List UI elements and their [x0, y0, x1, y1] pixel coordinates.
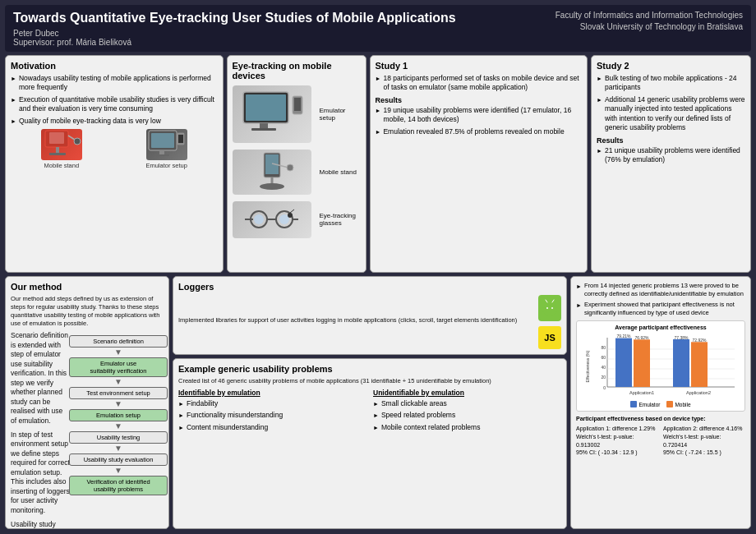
logger-icons: JS — [538, 295, 561, 349]
emulator-legend-dot — [630, 401, 637, 407]
img2-label: Emulator setup — [145, 162, 187, 169]
svg-text:20: 20 — [601, 375, 606, 380]
svg-rect-11 — [178, 135, 183, 143]
chart-legend: Emulator Mobile — [580, 401, 741, 407]
scenario-text: Scenario definition is extended with ste… — [11, 331, 70, 426]
svg-text:Effectiveness (%): Effectiveness (%) — [585, 351, 590, 383]
svg-line-32 — [290, 209, 294, 213]
header-left: Towards Quantitative Eye-tracking User S… — [13, 10, 456, 47]
motivation-images: Mobile stand Emulator setup — [11, 129, 218, 169]
generic-panel: Example generic usability problems Creat… — [173, 358, 567, 529]
svg-text:Application2: Application2 — [686, 390, 711, 395]
svg-rect-2 — [56, 147, 59, 154]
svg-point-26 — [254, 214, 264, 224]
app1-ci: 95% CI: ( -10.34 : 12.9 ) — [576, 449, 658, 457]
flow-step-2: Emulator usesuitability verification — [69, 357, 168, 377]
app1-welch: Welch's t-test: p-value: 0.913002 — [576, 433, 658, 449]
svg-text:Application1: Application1 — [629, 390, 654, 395]
study2-result-1: 21 unique usability problems were identi… — [597, 146, 745, 165]
svg-text:60: 60 — [601, 355, 606, 360]
svg-rect-36 — [555, 307, 557, 312]
study1-result-2: Emulation revealed 87.5% of problems rev… — [376, 127, 583, 136]
app2-welch: Welch's t-test: p-value: 0.720414 — [663, 433, 745, 449]
svg-text:80: 80 — [601, 345, 606, 350]
svg-text:72.92%: 72.92% — [693, 338, 708, 343]
img1-label: Mobile stand — [44, 162, 80, 169]
svg-rect-3 — [49, 153, 66, 155]
flow-step-3: Test environment setup — [69, 387, 168, 399]
svg-point-23 — [287, 164, 293, 171]
svg-point-31 — [288, 213, 293, 218]
top-row: Motivation Nowadays usability testing of… — [5, 55, 751, 273]
emulator-label: Emulator setup — [320, 107, 361, 122]
svg-point-42 — [551, 307, 553, 309]
svg-text:76.92%: 76.92% — [635, 335, 650, 340]
svg-rect-58 — [673, 339, 689, 387]
method-title: Our method — [11, 282, 164, 292]
legend-mobile: Mobile — [666, 401, 690, 407]
svg-rect-35 — [542, 307, 544, 312]
uid-item-1: Small clickable areas — [373, 399, 561, 408]
flow-arrow-5: ▼ — [114, 444, 122, 453]
svg-rect-38 — [551, 315, 553, 317]
js-icon: JS — [538, 326, 561, 349]
mobile-legend-label: Mobile — [675, 402, 690, 407]
motivation-panel: Motivation Nowadays usability testing of… — [5, 55, 224, 273]
study2-results-label: Results — [597, 136, 745, 145]
study1-bullet-1: 18 participants performed set of tasks o… — [376, 74, 583, 93]
mobile-stand-img — [41, 129, 82, 160]
mobile-legend-dot — [666, 401, 673, 407]
study2-title: Study 2 — [597, 61, 745, 71]
et-stand-row: Mobile stand — [233, 150, 361, 195]
svg-text:77.38%: 77.38% — [675, 335, 689, 340]
svg-point-21 — [260, 183, 284, 190]
flow-arrow-3: ▼ — [114, 400, 122, 408]
poster-title: Towards Quantitative Eye-tracking User S… — [13, 10, 456, 27]
study2-panel: Study 2 Bulk testing of two mobile appli… — [591, 55, 751, 273]
study2-bullet-1: Bulk testing of two mobile applications … — [597, 74, 745, 93]
method-panel: Our method Our method add steps defined … — [5, 276, 169, 529]
institution-line2: Slovak University of Technology in Brati… — [555, 21, 743, 33]
chart-title: Average participant effectiveness — [580, 325, 741, 330]
study1-title: Study 1 — [376, 61, 583, 71]
institution: Faculty of Informatics and Information T… — [555, 10, 743, 33]
flow-arrow-4: ▼ — [114, 422, 122, 430]
motivation-bullet-2: Execution of quantitative mobile usabili… — [11, 95, 218, 114]
study2-results-panel: From 14 injected generic problems 13 wer… — [570, 276, 751, 529]
svg-rect-56 — [634, 340, 650, 388]
header: Towards Quantitative Eye-tracking User S… — [5, 5, 751, 52]
id-item-1: Findability — [178, 399, 366, 408]
svg-rect-9 — [154, 154, 169, 156]
emulator-setup-img — [146, 129, 187, 160]
stats-section: Participant effectiveness based on devic… — [576, 415, 745, 457]
et-emulator-row: Emulator setup — [233, 85, 361, 143]
eyetracking-title: Eye-tracking on mobile devices — [233, 61, 361, 81]
app2-ci: 95% CI: ( -7.24 : 15.5 ) — [663, 449, 745, 457]
svg-text:40: 40 — [601, 365, 606, 370]
flow-step-5: Usability testing — [69, 431, 168, 444]
app1-diff: Application 1: difference 1.29% — [576, 425, 658, 433]
identifiable-title: Identifiable by emulation — [178, 389, 366, 397]
generic-columns: Identifiable by emulation Findability Fu… — [178, 389, 561, 435]
bottom-row: Our method Our method add steps defined … — [5, 276, 751, 529]
svg-rect-13 — [246, 94, 286, 121]
legend-emulator: Emulator — [630, 401, 660, 407]
effectiveness-chart: Average participant effectiveness 0 20 4… — [576, 320, 745, 412]
generic-title: Example generic usability problems — [178, 364, 561, 374]
flow-step-6: Usability study evaluation — [69, 453, 168, 466]
loggers-desc: Implemented libraries for support of use… — [178, 316, 533, 325]
et-glasses-row: Eye-tracking glasses — [233, 201, 361, 238]
eyetracking-panel: Eye-tracking on mobile devices — [227, 55, 366, 273]
test-env-text: In step of test environment setup we def… — [11, 430, 70, 515]
id-item-3: Content misunderstanding — [178, 423, 366, 432]
loggers-panel: Loggers Implemented libraries for suppor… — [173, 276, 567, 355]
study2-bullet-2: Additional 14 generic usability problems… — [597, 95, 745, 133]
svg-point-5 — [74, 138, 81, 145]
uid-item-3: Mobile context related problems — [373, 423, 561, 432]
supervisor: Supervisor: prof. Mária Bieliková — [13, 38, 456, 47]
svg-rect-15 — [251, 128, 276, 131]
method-flow: Scenario definition ▼ Emulator usesuitab… — [73, 334, 164, 496]
emulator-legend-label: Emulator — [638, 402, 660, 407]
method-desc: Our method add steps defined by us as ex… — [11, 295, 164, 329]
motivation-bullet-1: Nowadays usability testing of mobile app… — [11, 74, 218, 93]
